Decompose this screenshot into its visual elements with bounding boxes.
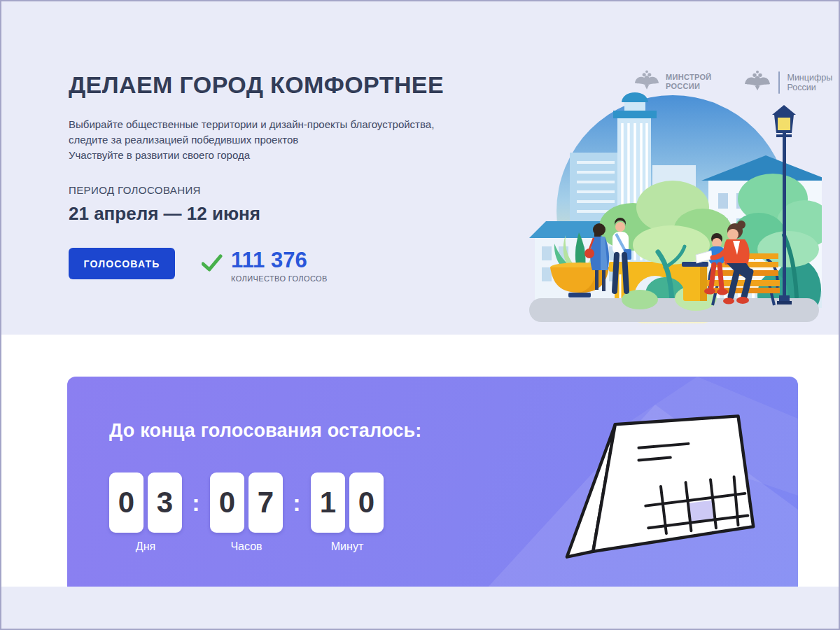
countdown-digit: 0	[349, 472, 384, 533]
countdown-label-minutes: Минут	[311, 540, 384, 553]
page-title: ДЕЛАЕМ ГОРОД КОМФОРТНЕЕ	[69, 71, 517, 99]
countdown-separator: :	[283, 472, 311, 533]
hero-text-block: ДЕЛАЕМ ГОРОД КОМФОРТНЕЕ Выбирайте общест…	[69, 71, 517, 283]
voting-period-dates: 21 апреля — 12 июня	[69, 203, 517, 225]
countdown-title: До конца голосования осталось:	[109, 420, 421, 442]
votes-counter: 111 376 КОЛИЧЕСТВО ГОЛОСОВ	[202, 249, 328, 283]
check-icon	[202, 253, 223, 275]
countdown-label-days: Дня	[109, 540, 182, 553]
countdown-group-days: 0 3 Дня	[109, 472, 182, 553]
hero-subtitle: Выбирайте общественные территории и диза…	[69, 117, 517, 163]
countdown-digit: 1	[311, 472, 345, 533]
countdown-group-hours: 0 7 Часов	[210, 472, 283, 553]
cta-row: ГОЛОСОВАТЬ 111 376 КОЛИЧЕСТВО ГОЛОСОВ	[69, 248, 517, 283]
countdown-label-hours: Часов	[210, 540, 283, 553]
logo-mintsifry-line1: Минцифры	[787, 73, 832, 83]
subtitle-line: Участвуйте в развитии своего города	[69, 148, 517, 163]
vote-button[interactable]: ГОЛОСОВАТЬ	[69, 248, 175, 279]
countdown-digit: 0	[210, 472, 244, 533]
voting-period-label: ПЕРИОД ГОЛОСОВАНИЯ	[69, 184, 517, 196]
subtitle-line: Выбирайте общественные территории и диза…	[69, 117, 517, 132]
voting-landing-page: ДЕЛАЕМ ГОРОД КОМФОРТНЕЕ Выбирайте общест…	[0, 0, 840, 630]
footer-band	[1, 587, 839, 629]
countdown-digit: 3	[148, 472, 182, 533]
countdown-separator: :	[182, 472, 210, 533]
hero-section: ДЕЛАЕМ ГОРОД КОМФОРТНЕЕ Выбирайте общест…	[1, 1, 839, 335]
subtitle-line: следите за реализацией победивших проект…	[69, 132, 517, 148]
countdown-group-minutes: 1 0 Минут	[311, 472, 384, 553]
countdown-timer: 0 3 Дня : 0 7 Часов : 1	[109, 472, 421, 553]
votes-caption: КОЛИЧЕСТВО ГОЛОСОВ	[231, 274, 328, 283]
votes-count: 111 376	[231, 249, 328, 271]
city-park-illustration	[528, 87, 822, 323]
countdown-digit: 0	[109, 472, 144, 533]
calendar-illustration	[557, 400, 764, 575]
logo-minstroy-line1: МИНСТРОЙ	[666, 73, 711, 82]
countdown-card: До конца голосования осталось: 0 3 Дня :…	[67, 377, 798, 588]
countdown-digit: 7	[248, 472, 283, 533]
